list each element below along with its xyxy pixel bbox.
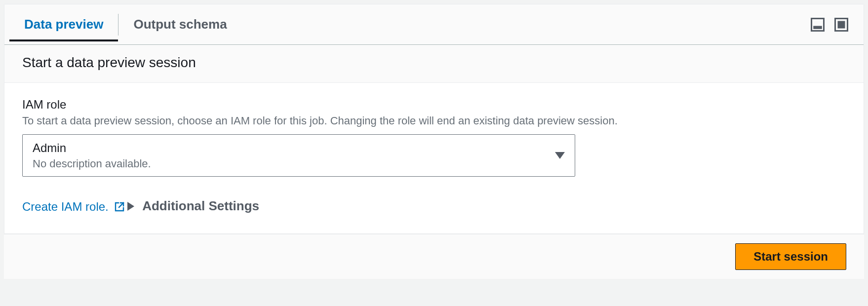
svg-rect-3: [838, 21, 845, 28]
iam-role-helptext: To start a data preview session, choose …: [22, 115, 846, 127]
tab-label: Data preview: [24, 17, 103, 32]
create-iam-role-link-text: Create IAM role.: [22, 200, 109, 214]
section-header: Start a data preview session: [4, 45, 864, 83]
start-session-button-label: Start session: [753, 250, 828, 263]
iam-role-label: IAM role: [22, 98, 846, 112]
tab-output-schema[interactable]: Output schema: [118, 8, 241, 41]
iam-role-selected-desc: No description available.: [33, 156, 555, 172]
section-title: Start a data preview session: [22, 55, 846, 71]
tab-data-preview[interactable]: Data preview: [9, 8, 118, 41]
iam-role-selected-value: Admin: [33, 140, 555, 156]
chevron-down-icon: [555, 152, 565, 159]
svg-marker-4: [555, 152, 565, 159]
form-area: IAM role To start a data preview session…: [4, 83, 864, 233]
external-link-icon: [114, 201, 125, 213]
view-center-panel-icon[interactable]: [834, 17, 849, 32]
caret-right-icon: [127, 202, 134, 211]
tab-label: Output schema: [133, 17, 227, 32]
tabs-bar: Data preview Output schema: [4, 4, 864, 45]
svg-marker-5: [127, 202, 134, 211]
footer-bar: Start session: [4, 234, 864, 279]
additional-settings-toggle[interactable]: Additional Settings: [127, 198, 259, 214]
iam-role-select[interactable]: Admin No description available.: [22, 134, 575, 177]
view-mode-controls: [810, 17, 849, 32]
svg-rect-1: [813, 26, 822, 29]
view-bottom-panel-icon[interactable]: [810, 17, 825, 32]
additional-settings-label: Additional Settings: [142, 198, 259, 214]
start-session-button[interactable]: Start session: [735, 243, 846, 270]
create-iam-role-link[interactable]: Create IAM role.: [22, 200, 125, 214]
